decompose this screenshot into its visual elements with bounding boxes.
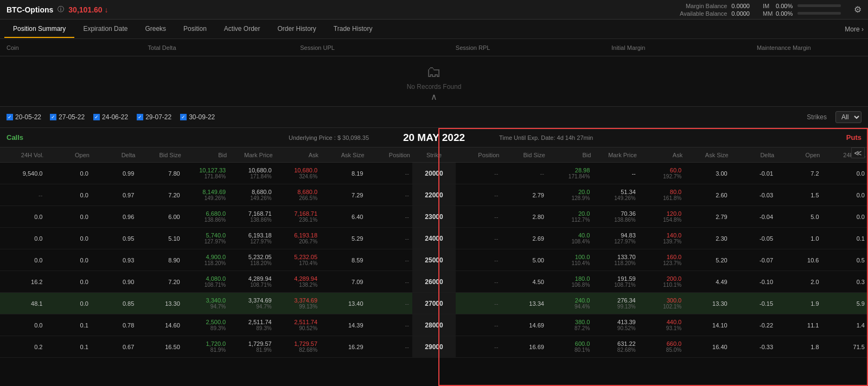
bidsize-c: 8.90 <box>137 256 183 265</box>
pos-c: -- <box>367 169 412 178</box>
ch-asksize-puts: Ask Size <box>685 152 730 158</box>
table-row[interactable]: 0.0 0.0 0.96 6.00 6,680.0 138.86% 7,168.… <box>0 206 868 228</box>
pos-c: -- <box>367 234 412 243</box>
vol24h-p: 0.3 <box>822 278 868 286</box>
table-row[interactable]: 0.0 0.0 0.93 8.90 4,900.0 118.20% 5,232.… <box>0 249 868 271</box>
date-cb-29-07-22[interactable]: ✓ 29-07-22 <box>137 113 171 121</box>
ask-c: 4,289.94 138.2% <box>275 274 321 289</box>
table-row[interactable]: 0.0 0.1 0.78 14.60 2,500.0 89.3% 2,511.7… <box>0 314 868 336</box>
vol24h-c: -- <box>0 191 46 200</box>
bidsize-p: 2.69 <box>501 234 547 243</box>
markprice-c: 7,168.71 138.86% <box>229 209 275 224</box>
vol24h-p: 0.0 <box>822 191 868 200</box>
tab-position[interactable]: Position <box>175 21 215 38</box>
ask-p: 300.0 102.1% <box>639 296 685 311</box>
date-label: 20 MAY 2022 <box>380 132 488 144</box>
table-row[interactable]: 0.2 0.1 0.67 16.50 1,720.0 81.9% 1,729.5… <box>0 336 868 358</box>
nav-more[interactable]: More › <box>845 25 864 33</box>
date-cb-30-09-22[interactable]: ✓ 30-09-22 <box>180 113 215 121</box>
date-cb-24-06-22[interactable]: ✓ 24-06-22 <box>93 113 128 121</box>
asksize-p: 2.60 <box>685 191 730 200</box>
mark-p: 133.70 118.20% <box>593 253 639 267</box>
ask-p: 160.0 123.7% <box>639 253 685 267</box>
asksize-p: 14.10 <box>685 321 730 330</box>
delta-c: 0.85 <box>92 299 137 308</box>
puts-cols: Position Bid Size Bid Mark Price Ask Ask… <box>456 152 868 158</box>
tab-greeks[interactable]: Greeks <box>136 21 175 38</box>
ask-p: 80.0 161.8% <box>639 188 685 202</box>
main-content: Coin Total Delta Session UPL Session RPL… <box>0 39 868 386</box>
pos-c: -- <box>367 343 412 351</box>
ask-c: 2,511.74 90.52% <box>275 318 321 332</box>
asksize-c: 7.09 <box>321 278 366 286</box>
ch-asksize-calls: Ask Size <box>321 152 366 158</box>
open-p: 1.9 <box>776 299 822 308</box>
tab-trade-history[interactable]: Trade History <box>325 21 381 38</box>
available-balance-row: Available Balance 0.0000 <box>680 10 750 17</box>
asksize-c: 7.29 <box>321 191 366 200</box>
ask-p: 120.0 154.8% <box>639 209 685 224</box>
strike-cell: 28000 <box>412 314 456 336</box>
ch-markprice-puts: Mark Price <box>593 152 639 158</box>
bid-c: 6,680.0 138.86% <box>183 209 229 224</box>
puts-label: Puts <box>829 133 861 141</box>
delta-p: -0.01 <box>731 169 776 178</box>
vol24h-c: 0.0 <box>0 213 46 221</box>
tab-expiration-date[interactable]: Expiration Date <box>74 21 136 38</box>
date-cb-20-05-22[interactable]: ✓ 20-05-22 <box>7 113 41 121</box>
table-row[interactable]: -- 0.0 0.97 7.20 8,149.69 149.26% 8,680.… <box>0 184 868 206</box>
open-c: 0.0 <box>46 169 91 178</box>
vol24h-c: 0.0 <box>0 256 46 265</box>
date-cb-27-05-22[interactable]: ✓ 27-05-22 <box>50 113 85 121</box>
btc-price: 30,101.60 ↓ <box>68 5 108 14</box>
mark-p: 276.34 99.13% <box>593 296 639 311</box>
puts-side: -- 2.79 20.0 128.9% 51.34 149.26% 80.0 1… <box>456 188 868 202</box>
puts-side: -- 5.00 100.0 110.4% 133.70 118.20% 160.… <box>456 253 868 267</box>
calls-side: 0.0 0.1 0.78 14.60 2,500.0 89.3% 2,511.7… <box>0 318 412 332</box>
cb-box: ✓ <box>7 114 13 120</box>
no-records-section: 🗂 No Records Found ∧ <box>0 56 868 107</box>
col-initial-margin: Initial Margin <box>551 44 706 51</box>
cb-box: ✓ <box>50 114 56 120</box>
ch-bid-puts: Bid <box>547 152 593 158</box>
asksize-p: 2.79 <box>685 213 730 221</box>
bidsize-c: 13.30 <box>137 299 183 308</box>
info-icon[interactable]: ⓘ <box>58 5 64 14</box>
ask-p: 200.0 110.1% <box>639 274 685 289</box>
bid-p: 600.0 80.1% <box>547 339 593 354</box>
table-row[interactable]: 48.1 0.0 0.85 13.30 3,340.0 94.7% 3,374.… <box>0 293 868 314</box>
bid-c: 4,080.0 108.71% <box>183 274 229 289</box>
margin-balance-label: Margin Balance <box>686 3 727 9</box>
tab-order-history[interactable]: Order History <box>269 21 325 38</box>
delta-c: 0.90 <box>92 278 137 286</box>
open-p: 11.1 <box>776 321 822 330</box>
no-records-text: No Records Found <box>407 83 462 91</box>
strikes-select[interactable]: All <box>835 111 861 123</box>
bidsize-p: 13.34 <box>501 299 547 308</box>
bid-c: 2,500.0 89.3% <box>183 318 229 332</box>
mark-p: 51.34 149.26% <box>593 188 639 202</box>
table-row[interactable]: 0.0 0.0 0.95 5.10 5,740.0 127.97% 6,193.… <box>0 228 868 249</box>
tab-position-summary[interactable]: Position Summary <box>4 21 74 38</box>
asksize-p: 2.30 <box>685 234 730 243</box>
asksize-c: 8.19 <box>321 169 366 178</box>
pos-c: -- <box>367 191 412 200</box>
asksize-p: 5.20 <box>685 256 730 265</box>
collapse-puts-btn[interactable]: ≪ <box>851 147 865 158</box>
table-row[interactable]: 9,540.0 0.0 0.99 7.80 10,127.33 171.84% … <box>0 163 868 184</box>
calls-side: 48.1 0.0 0.85 13.30 3,340.0 94.7% 3,374.… <box>0 296 412 311</box>
bidsize-p: 2.79 <box>501 191 547 200</box>
im-row: IM 0.00% <box>763 3 841 9</box>
open-p: 7.2 <box>776 169 822 178</box>
mm-row: MM 0.00% <box>763 10 841 17</box>
open-c: 0.0 <box>46 213 91 221</box>
mm-progress-bg <box>797 12 841 15</box>
table-row[interactable]: 16.2 0.0 0.90 7.20 4,080.0 108.71% 4,289… <box>0 271 868 293</box>
tab-active-order[interactable]: Active Order <box>215 21 269 38</box>
col-headers: 24H Vol. Open Delta Bid Size Bid Mark Pr… <box>0 147 868 163</box>
bid-c: 3,340.0 94.7% <box>183 296 229 311</box>
collapse-arrow[interactable]: ∧ <box>431 92 437 102</box>
settings-icon[interactable]: ⚙ <box>854 4 861 15</box>
ask-c: 10,680.0 324.6% <box>275 166 321 181</box>
asksize-p: 4.49 <box>685 278 730 286</box>
